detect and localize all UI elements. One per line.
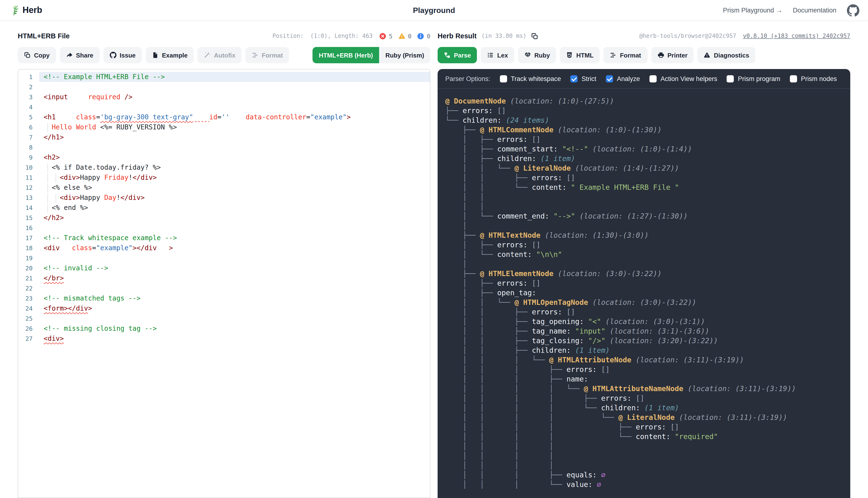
issue-button-label: Issue — [120, 52, 136, 59]
tab-ruby-prism[interactable]: Ruby (Prism) — [379, 47, 430, 63]
code-text: <% if Date.today.friday? %> — [39, 162, 430, 172]
code-line-2[interactable]: 2 — [18, 82, 430, 92]
copy-button[interactable]: Copy — [18, 47, 56, 63]
code-line-7[interactable]: 7</h1> — [18, 132, 430, 142]
editor-panel-header: HTML+ERB File Position: (1:0), Length: 4… — [18, 29, 430, 43]
code-line-22[interactable]: 22 — [18, 283, 430, 293]
result-panel: Herb Result (in 33.00 ms) @herb-tools/br… — [438, 29, 850, 498]
result-panel-header: Herb Result (in 33.00 ms) @herb-tools/br… — [438, 29, 850, 43]
documentation-link[interactable]: Documentation — [793, 7, 837, 14]
format-result-button-label: Format — [620, 52, 641, 59]
option-prism-nodes[interactable]: Prism nodes — [790, 75, 837, 82]
checkbox-prism-program[interactable] — [727, 75, 734, 82]
ast-output[interactable]: @ DocumentNode (location: (1:0)-(27:5))├… — [438, 89, 850, 498]
option-prism-program[interactable]: Prism program — [727, 75, 780, 82]
option-label: Action View helpers — [660, 75, 717, 82]
option-action-view-helpers[interactable]: Action View helpers — [649, 75, 717, 82]
github-link[interactable] — [847, 4, 859, 16]
diagnostics-button[interactable]: Diagnostics — [698, 47, 755, 63]
format-icon — [610, 52, 617, 58]
code-line-14[interactable]: 14 <% end %> — [18, 203, 430, 213]
format-button-label: Format — [262, 52, 283, 59]
line-number: 26 — [18, 324, 39, 333]
checkbox-analyze[interactable] — [606, 75, 613, 82]
line-number: 1 — [18, 72, 39, 82]
editor-title: HTML+ERB File — [18, 32, 70, 40]
tab-html-erb-herb[interactable]: HTML+ERB (Herb) — [313, 47, 379, 63]
code-line-19[interactable]: 19 — [18, 253, 430, 263]
code-line-21[interactable]: 21</br> — [18, 273, 430, 283]
code-line-23[interactable]: 23<!-- mismatched tags --> — [18, 293, 430, 303]
option-label: Track whitespace — [511, 75, 561, 82]
format-button[interactable]: Format — [246, 47, 289, 63]
tab-html-erb-herb-label: HTML+ERB (Herb) — [319, 52, 373, 59]
line-number: 19 — [18, 253, 39, 263]
copy-icon — [531, 32, 539, 40]
option-track-whitespace[interactable]: Track whitespace — [500, 75, 561, 82]
line-number: 7 — [18, 132, 39, 142]
ast-line: │ │ │ ├── name: — [445, 374, 843, 384]
printer-button[interactable]: Printer — [651, 47, 694, 63]
line-number: 16 — [18, 223, 39, 233]
line-number: 13 — [18, 193, 39, 203]
code-line-17[interactable]: 17<!-- Track whitespace example --> — [18, 233, 430, 243]
html-button[interactable]: HTML — [560, 47, 600, 63]
ruby-button[interactable]: Ruby — [518, 47, 556, 63]
code-line-8[interactable]: 8 — [18, 142, 430, 153]
brand-logo[interactable]: Herb — [9, 5, 42, 16]
code-line-6[interactable]: 6 Hello World <%= RUBY_VERSION %> — [18, 122, 430, 132]
line-number: 14 — [18, 203, 39, 213]
code-line-11[interactable]: 11 <div>Happy Friday!</div> — [18, 172, 430, 183]
code-line-4[interactable]: 4 — [18, 102, 430, 112]
parser-options-label: Parser Options: — [445, 75, 490, 82]
code-line-26[interactable]: 26<!-- missing closing tag --> — [18, 324, 430, 333]
code-line-27[interactable]: 27<div> — [18, 333, 430, 344]
code-text: <div> — [39, 333, 430, 344]
issue-button[interactable]: Issue — [103, 47, 142, 63]
option-strict[interactable]: Strict — [570, 75, 596, 82]
checkbox-prism-nodes[interactable] — [790, 75, 797, 82]
code-line-12[interactable]: 12 <% else %> — [18, 183, 430, 193]
code-line-5[interactable]: 5<h1 class='bg-gray-300 text-gray" id=''… — [18, 112, 430, 122]
checkbox-strict[interactable] — [570, 75, 578, 82]
ast-line: │ ├── children: (1 item) — [445, 154, 843, 163]
line-number: 21 — [18, 273, 39, 283]
autofix-button-label: Autofix — [214, 52, 236, 59]
lex-button[interactable]: Lex — [481, 47, 514, 63]
ast-line: ├── errors: [] — [445, 106, 843, 116]
format-result-button[interactable]: Format — [604, 47, 647, 63]
ast-line: │ └── content: "\n\n" — [445, 250, 843, 259]
code-text: <!-- Example HTML+ERB File --> — [39, 72, 430, 82]
share-button[interactable]: Share — [60, 47, 100, 63]
code-line-15[interactable]: 15</h2> — [18, 213, 430, 223]
option-analyze[interactable]: Analyze — [606, 75, 640, 82]
code-line-25[interactable]: 25 — [18, 313, 430, 324]
format-icon — [252, 52, 258, 58]
code-line-3[interactable]: 3<input required /> — [18, 92, 430, 102]
code-text: <form></div> — [39, 303, 430, 313]
code-line-9[interactable]: 9<h2> — [18, 153, 430, 162]
prism-playground-link[interactable]: Prism Playground → — [723, 7, 782, 14]
code-line-24[interactable]: 24<form></div> — [18, 303, 430, 313]
diagnostic-badges: 5 0 0 — [379, 32, 430, 40]
ast-line: │ │ └── @ HTMLOpenTagNode (location: (3:… — [445, 298, 843, 307]
parse-button[interactable]: Parse — [438, 47, 477, 63]
version-link[interactable]: v0.8.10 (+183 commits) 2402c957 — [743, 32, 850, 39]
code-line-13[interactable]: 13 <div>Happy Day!</div> — [18, 193, 430, 203]
line-number: 6 — [18, 122, 39, 132]
error-count: 5 — [389, 32, 393, 40]
checkbox-action-view-helpers[interactable] — [649, 75, 657, 82]
code-line-20[interactable]: 20<!-- invalid --> — [18, 263, 430, 273]
lex-icon — [487, 52, 494, 58]
code-line-16[interactable]: 16 — [18, 223, 430, 233]
code-line-18[interactable]: 18<div class="example"></div > — [18, 243, 430, 253]
copy-result-button[interactable] — [531, 32, 539, 40]
code-text: <div>Happy Day!</div> — [39, 193, 430, 203]
example-button[interactable]: Example — [146, 47, 194, 63]
checkbox-track-whitespace[interactable] — [500, 75, 507, 82]
code-line-1[interactable]: 1<!-- Example HTML+ERB File --> — [18, 72, 430, 82]
autofix-button[interactable]: Autofix — [198, 47, 242, 63]
ast-line: │ │ │ │ └── children: (1 item) — [445, 403, 843, 413]
code-editor[interactable]: 1<!-- Example HTML+ERB File -->23<input … — [18, 69, 430, 498]
code-line-10[interactable]: 10 <% if Date.today.friday? %> — [18, 162, 430, 172]
